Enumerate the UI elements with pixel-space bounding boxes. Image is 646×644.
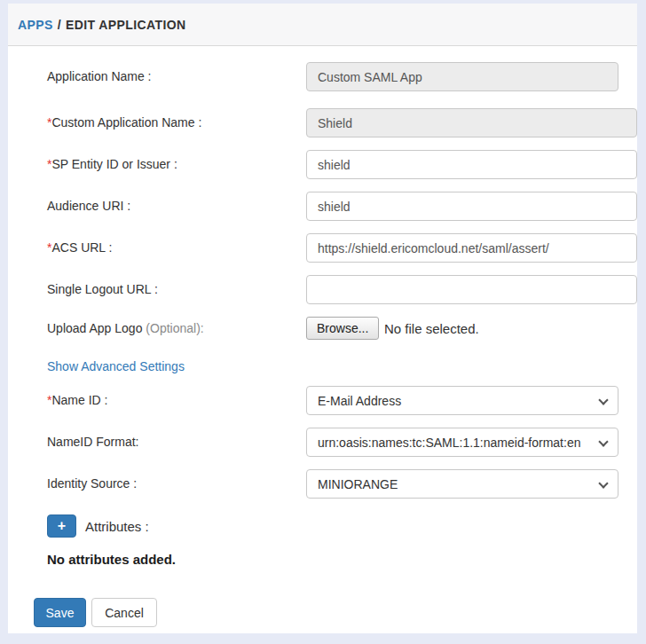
application-name-input <box>306 62 618 91</box>
single-logout-url-input[interactable] <box>306 275 637 304</box>
identity-source-select[interactable]: MINIORANGE <box>306 469 618 499</box>
field-row-acs-url: *ACS URL : <box>8 233 637 263</box>
edit-application-panel: APPS/EDIT APPLICATION Application Name :… <box>8 4 637 633</box>
field-row-identity-source: Identity Source : MINIORANGE <box>8 469 637 499</box>
custom-application-name-input <box>306 108 637 137</box>
breadcrumb-separator: / <box>58 18 61 32</box>
add-attribute-button[interactable]: + <box>47 514 76 538</box>
attributes-label: Attributes : <box>85 519 149 534</box>
field-label: Audience URI : <box>47 192 130 221</box>
breadcrumb: APPS/EDIT APPLICATION <box>18 18 186 32</box>
field-label: Identity Source : <box>47 469 137 499</box>
page-title: EDIT APPLICATION <box>66 18 186 32</box>
field-row-custom-application-name: *Custom Application Name : <box>8 108 637 137</box>
cancel-button[interactable]: Cancel <box>91 598 157 627</box>
audience-uri-input[interactable] <box>306 192 637 221</box>
field-row-name-id: *Name ID : E-Mail Address <box>8 386 637 415</box>
save-button[interactable]: Save <box>34 598 86 627</box>
field-row-application-name: Application Name : <box>8 62 637 91</box>
field-row-sp-entity-id: *SP Entity ID or Issuer : <box>8 150 637 179</box>
optional-note: (Optional): <box>146 321 203 335</box>
form-actions: Save Cancel <box>8 598 637 627</box>
show-advanced-settings-link[interactable]: Show Advanced Settings <box>47 359 185 373</box>
acs-url-input[interactable] <box>306 233 637 263</box>
field-row-nameid-format: NameID Format: urn:oasis:names:tc:SAML:1… <box>8 428 637 457</box>
no-attributes-message: No attributes added. <box>47 552 176 567</box>
field-label: Upload App Logo (Optional): <box>47 314 204 343</box>
field-row-audience-uri: Audience URI : <box>8 192 637 221</box>
field-label: *Custom Application Name : <box>47 108 201 137</box>
browse-file-button[interactable]: Browse... <box>306 317 379 340</box>
field-row-upload-app-logo: Upload App Logo (Optional): Browse... No… <box>8 314 637 343</box>
field-label: *Name ID : <box>47 386 107 415</box>
page-header: APPS/EDIT APPLICATION <box>8 4 637 46</box>
field-row-single-logout-url: Single Logout URL : <box>8 275 637 304</box>
attributes-row: + Attributes : <box>47 514 149 538</box>
breadcrumb-apps-link[interactable]: APPS <box>18 18 53 32</box>
nameid-format-select-wrap: urn:oasis:names:tc:SAML:1.1:nameid-forma… <box>306 428 618 457</box>
field-label: *SP Entity ID or Issuer : <box>47 150 177 179</box>
sp-entity-id-input[interactable] <box>306 150 637 179</box>
name-id-select-wrap: E-Mail Address <box>306 386 618 415</box>
field-label: *ACS URL : <box>47 233 112 263</box>
nameid-format-select[interactable]: urn:oasis:names:tc:SAML:1.1:nameid-forma… <box>306 428 618 457</box>
field-label: Application Name : <box>47 62 152 91</box>
field-label: NameID Format: <box>47 428 138 457</box>
name-id-select[interactable]: E-Mail Address <box>306 386 618 415</box>
field-label: Single Logout URL : <box>47 275 158 304</box>
identity-source-select-wrap: MINIORANGE <box>306 469 618 499</box>
no-file-selected-text: No file selected. <box>384 314 479 343</box>
